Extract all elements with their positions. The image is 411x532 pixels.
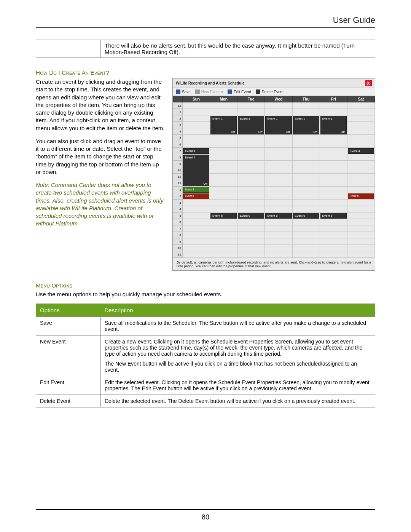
- calendar-event[interactable]: Event 4: [183, 148, 209, 154]
- toolbar-new-event-button[interactable]: New Event ▾: [195, 89, 223, 94]
- calendar-day-column[interactable]: Event 1OffEvent 6: [293, 102, 320, 258]
- toolbar-edit-event-button[interactable]: Edit Event: [228, 89, 251, 94]
- section-create-event-heading: How Do I Create An Event?: [36, 69, 375, 76]
- calendar-day-column[interactable]: Event 1OffEvent 6: [237, 102, 265, 258]
- table-row: Edit Event Edit the selected event. Clic…: [36, 376, 375, 395]
- close-icon[interactable]: X: [365, 80, 372, 86]
- calendar-event[interactable]: Event 3: [183, 187, 209, 193]
- create-event-para-1: Create an event by clicking and dragging…: [36, 78, 165, 132]
- toolbar-save-button[interactable]: Save: [176, 89, 191, 94]
- carryover-note-spacer: [36, 40, 101, 58]
- calendar-event[interactable]: Event 6: [320, 213, 347, 219]
- calendar-event[interactable]: Event 1Off: [238, 116, 264, 134]
- create-event-para-2: You can also just click and drag an even…: [36, 137, 165, 176]
- footer-rule: [36, 509, 375, 510]
- header-rule: [36, 27, 375, 28]
- options-column-header: Options: [36, 304, 101, 317]
- menu-options-table: Options Description Save Save all modifi…: [36, 304, 375, 407]
- option-name: Save: [36, 317, 101, 335]
- table-row: Delete Event Delete the selected event. …: [36, 395, 375, 407]
- page-number: 80: [0, 513, 411, 521]
- calendar-day-column[interactable]: Event 1OffEvent 6: [210, 102, 237, 258]
- option-name: Delete Event: [36, 395, 101, 407]
- option-desc: Edit the selected event. Clicking on it …: [101, 376, 375, 395]
- header-title: User Guide: [36, 15, 375, 25]
- edit-event-icon: [228, 89, 232, 94]
- option-desc: Save all modifications to the Scheduler.…: [101, 317, 375, 335]
- calendar-event[interactable]: Event 6: [210, 213, 237, 219]
- section-menu-options-heading: Menu Options: [36, 282, 375, 289]
- toolbar-delete-event-button[interactable]: Delete Event: [256, 89, 284, 94]
- calendar-event[interactable]: Event 6: [293, 213, 319, 219]
- menu-options-intro: Use the menu options to help you quickly…: [36, 291, 375, 297]
- new-event-icon: [195, 89, 200, 94]
- carryover-note-text: There will also be no alerts sent, but t…: [101, 40, 375, 58]
- calendar-event[interactable]: Event 1Off: [210, 116, 237, 134]
- calendar-day-column[interactable]: Event 1OffEvent 6: [320, 102, 347, 258]
- delete-event-icon: [256, 89, 260, 94]
- calendar-day-column[interactable]: Event 1OffEvent 6: [265, 102, 292, 258]
- schedule-footer-text: By default, all cameras perform motion-b…: [173, 258, 375, 270]
- option-desc: Delete the selected event. The Delete Ev…: [101, 395, 375, 407]
- description-column-header: Description: [101, 304, 375, 317]
- calendar-event[interactable]: Event 5: [348, 193, 374, 199]
- table-row: Save Save all modifications to the Sched…: [36, 317, 375, 335]
- calendar-event[interactable]: Event 1Off: [265, 116, 292, 134]
- calendar-event[interactable]: Event 4: [348, 148, 374, 154]
- calendar-day-column[interactable]: Event 4Event 2OffEvent 3Event 5: [183, 102, 210, 258]
- calendar-day-column[interactable]: Event 4Event 5: [347, 102, 375, 258]
- calendar-event[interactable]: Event 1Off: [320, 116, 347, 134]
- calendar-hour-labels: 121234567891011121234567891011: [173, 102, 183, 258]
- calendar-event[interactable]: Event 5: [183, 193, 209, 199]
- schedule-window-title-text: WiLife Recording and Alerts Schedule: [176, 81, 245, 85]
- schedule-window-screenshot: WiLife Recording and Alerts Schedule X S…: [172, 78, 375, 271]
- option-desc: Create a new event. Clicking on it opens…: [101, 335, 375, 376]
- calendar-event[interactable]: Event 2Off: [183, 155, 209, 186]
- schedule-window-titlebar: WiLife Recording and Alerts Schedule X: [173, 78, 375, 88]
- save-icon: [176, 89, 180, 94]
- schedule-toolbar: Save New Event ▾ Edit Event Delete Event: [173, 88, 375, 96]
- calendar-event[interactable]: Event 1Off: [293, 116, 319, 134]
- calendar-day-header: SunMonTue WedThuFri Sat: [173, 96, 375, 102]
- calendar-grid[interactable]: 121234567891011121234567891011 Event 4Ev…: [173, 102, 375, 258]
- option-name: Edit Event: [36, 376, 101, 395]
- create-event-note: Note: Command Center does not allow you …: [36, 181, 165, 228]
- table-row: New Event Create a new event. Clicking o…: [36, 335, 375, 376]
- calendar-event[interactable]: Event 6: [238, 213, 264, 219]
- calendar-event[interactable]: Event 6: [265, 213, 292, 219]
- carryover-note-row: There will also be no alerts sent, but t…: [36, 40, 375, 58]
- option-name: New Event: [36, 335, 101, 376]
